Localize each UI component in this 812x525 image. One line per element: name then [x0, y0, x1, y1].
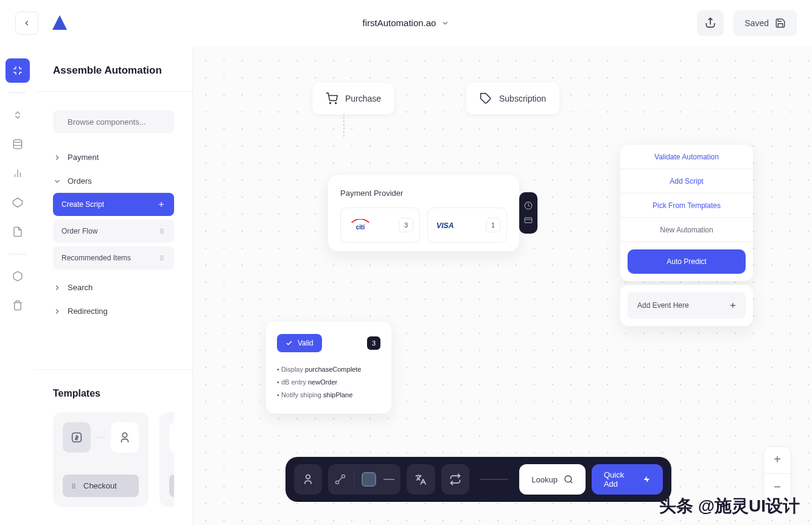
svg-point-22 [72, 485, 74, 487]
template-2[interactable]: S [159, 412, 174, 507]
svg-point-36 [330, 103, 331, 104]
chevron-down-icon[interactable] [441, 19, 449, 27]
line-tool[interactable] [383, 479, 394, 480]
svg-rect-42 [525, 218, 532, 223]
rail-package-icon[interactable] [5, 264, 30, 288]
saved-label: Saved [744, 18, 769, 28]
svg-point-23 [74, 485, 75, 487]
search-input-wrapper[interactable] [53, 110, 174, 133]
tree-redirecting[interactable]: Redirecting [35, 299, 192, 323]
svg-point-50 [565, 476, 572, 482]
svg-text:VISA: VISA [436, 221, 454, 230]
svg-point-14 [163, 257, 164, 259]
translate-tool[interactable] [407, 464, 435, 495]
svg-point-15 [161, 259, 162, 260]
subscription-node[interactable]: Subscription [466, 83, 559, 114]
saved-button[interactable]: Saved [733, 10, 797, 36]
validate-automation[interactable]: Validate Automation [620, 145, 753, 169]
svg-point-7 [161, 231, 162, 232]
svg-point-19 [122, 433, 127, 437]
svg-point-16 [163, 259, 164, 260]
provider-visa[interactable]: VISA 1 [427, 207, 507, 243]
tag-icon [480, 92, 492, 105]
connector-tool[interactable] [334, 473, 346, 485]
share-icon [704, 17, 716, 29]
zoom-out-button[interactable]: − [764, 474, 791, 501]
chevron-right-icon [53, 283, 61, 292]
swap-tool[interactable] [441, 464, 469, 495]
auto-predict-button[interactable]: Auto Predict [628, 249, 746, 274]
user-tool[interactable] [294, 464, 322, 495]
pick-from-templates[interactable]: Pick From Templates [620, 193, 753, 218]
template-checkout[interactable]: Checkout [53, 412, 149, 507]
svg-point-0 [13, 140, 22, 143]
search-icon [564, 475, 573, 484]
svg-point-46 [306, 475, 310, 479]
search-input[interactable] [68, 117, 170, 127]
lookup-button[interactable]: Lookup [519, 464, 586, 495]
svg-point-21 [74, 484, 75, 485]
event-panel: Add Event Here [620, 285, 753, 326]
svg-marker-51 [644, 476, 650, 483]
chevron-right-icon [53, 307, 61, 316]
rail-file-icon[interactable] [5, 220, 30, 244]
svg-line-49 [338, 478, 343, 482]
app-logo [51, 14, 69, 32]
rail-hex-icon[interactable] [5, 190, 30, 215]
valid-card[interactable]: Valid 3 • Display purchaseComplete • dB … [266, 322, 391, 414]
save-icon [775, 18, 786, 29]
quick-add-button[interactable]: Quick Add [592, 464, 663, 495]
zoom-in-button[interactable]: + [764, 447, 791, 474]
svg-point-12 [163, 256, 164, 257]
back-button[interactable] [15, 12, 38, 35]
add-script[interactable]: Add Script [620, 169, 753, 193]
svg-point-25 [74, 487, 75, 488]
action-panel: Validate Automation Add Script Pick From… [620, 145, 753, 281]
svg-point-37 [335, 103, 337, 104]
add-event-button[interactable]: Add Event Here [628, 292, 746, 319]
provider-citi[interactable]: citi 3 [340, 207, 420, 243]
svg-point-13 [161, 257, 162, 259]
templates-title: Templates [53, 388, 174, 399]
svg-point-20 [72, 484, 74, 485]
grip-icon [158, 254, 166, 262]
chevron-right-icon [53, 153, 61, 162]
create-script-item[interactable]: Create Script [53, 193, 174, 216]
document-title[interactable]: firstAutomation.ao [363, 18, 436, 28]
share-button[interactable] [697, 10, 724, 36]
dollar-icon [63, 422, 91, 453]
chevron-left-icon [23, 19, 31, 27]
svg-point-9 [161, 232, 162, 234]
svg-point-5 [161, 229, 162, 230]
rail-trash-icon[interactable] [5, 293, 30, 318]
svg-text:citi: citi [356, 224, 365, 231]
tree-orders[interactable]: Orders [35, 169, 192, 193]
rail-transfer-icon[interactable] [5, 103, 30, 127]
zoom-control: + − [763, 446, 791, 501]
tag-icon [169, 422, 174, 453]
grip-icon [158, 228, 166, 235]
cart-icon [326, 92, 338, 105]
rail-code-icon[interactable] [5, 58, 30, 83]
clock-icon [524, 201, 533, 210]
purchase-node[interactable]: Purchase [312, 83, 394, 114]
visa-logo: VISA [436, 220, 464, 230]
grip-icon [70, 482, 77, 490]
user-icon [111, 422, 139, 453]
payment-provider-card[interactable]: Payment Provider citi 3 VISA 1 [328, 175, 519, 251]
svg-marker-1 [13, 198, 22, 207]
new-automation[interactable]: New Automation [620, 218, 753, 242]
rail-chart-icon[interactable] [5, 161, 30, 186]
order-flow-item[interactable]: Order Flow [53, 220, 174, 243]
plus-icon [157, 200, 166, 209]
svg-point-11 [161, 256, 162, 257]
card-icon [524, 216, 533, 224]
tree-payment[interactable]: Payment [35, 145, 192, 169]
node-tools[interactable] [519, 192, 537, 234]
rail-database-icon[interactable] [5, 132, 30, 156]
rect-tool[interactable] [362, 472, 376, 487]
recommended-items-item[interactable]: Recommended Items [53, 246, 174, 269]
tree-search[interactable]: Search [35, 276, 192, 299]
bottom-toolbar: Lookup Quick Add [285, 457, 671, 502]
plus-icon [729, 301, 737, 310]
